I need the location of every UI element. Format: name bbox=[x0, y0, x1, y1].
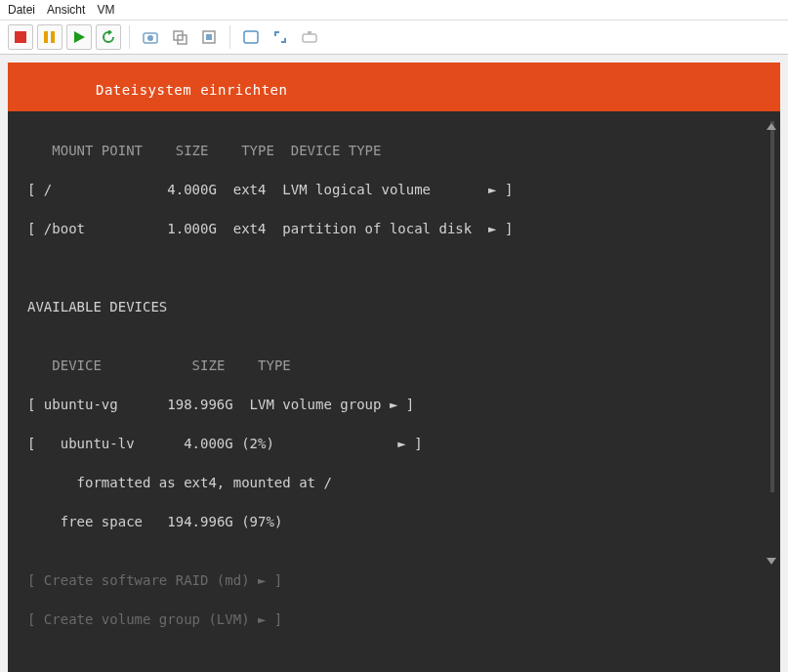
toolbar-separator bbox=[129, 25, 130, 49]
svg-rect-12 bbox=[308, 31, 311, 34]
menu-file[interactable]: Datei bbox=[8, 3, 35, 17]
create-raid-option[interactable]: [ Create software RAID (md) ► ] bbox=[27, 570, 761, 590]
snapshot-button[interactable] bbox=[138, 24, 163, 50]
stop-button[interactable] bbox=[8, 24, 33, 50]
pause-button[interactable] bbox=[37, 24, 62, 50]
toolbar bbox=[0, 21, 788, 55]
clone-button[interactable] bbox=[167, 24, 192, 50]
svg-rect-9 bbox=[206, 34, 212, 40]
section-available: AVAILABLE DEVICES bbox=[27, 297, 761, 316]
svg-point-5 bbox=[147, 35, 153, 41]
device-row[interactable]: [ ubuntu-vg 198.996G LVM volume group ► … bbox=[27, 395, 761, 414]
device-desc: formatted as ext4, mounted at / bbox=[27, 473, 761, 492]
svg-rect-10 bbox=[244, 31, 258, 43]
device-row[interactable]: [ ubuntu-lv 4.000G (2%) ► ] bbox=[27, 434, 761, 453]
menu-view[interactable]: Ansicht bbox=[47, 3, 85, 17]
scale-button[interactable] bbox=[268, 24, 293, 50]
device-row: free space 194.996G (97%) bbox=[27, 512, 761, 531]
svg-rect-0 bbox=[15, 31, 26, 43]
toolbar-separator-2 bbox=[229, 25, 230, 49]
menu-bar: Datei Ansicht VM bbox=[0, 0, 788, 21]
svg-rect-2 bbox=[51, 31, 55, 43]
installer-title: Dateisystem einrichten bbox=[8, 63, 780, 111]
svg-marker-3 bbox=[74, 31, 85, 43]
vm-console: Dateisystem einrichten MOUNT POINT SIZE … bbox=[8, 63, 780, 672]
manage-button[interactable] bbox=[196, 24, 222, 50]
seamless-button[interactable] bbox=[297, 24, 322, 50]
create-lvm-option[interactable]: [ Create volume group (LVM) ► ] bbox=[27, 609, 761, 629]
menu-vm[interactable]: VM bbox=[97, 3, 114, 17]
mount-row[interactable]: [ / 4.000G ext4 LVM logical volume ► ] bbox=[27, 180, 761, 199]
svg-rect-1 bbox=[44, 31, 48, 43]
fullscreen-button[interactable] bbox=[238, 24, 264, 50]
terminal-content: MOUNT POINT SIZE TYPE DEVICE TYPE [ / 4.… bbox=[8, 111, 780, 672]
play-button[interactable] bbox=[66, 24, 92, 50]
restart-button[interactable] bbox=[96, 24, 121, 50]
mount-row[interactable]: [ /boot 1.000G ext4 partition of local d… bbox=[27, 219, 761, 238]
svg-rect-11 bbox=[303, 34, 316, 42]
